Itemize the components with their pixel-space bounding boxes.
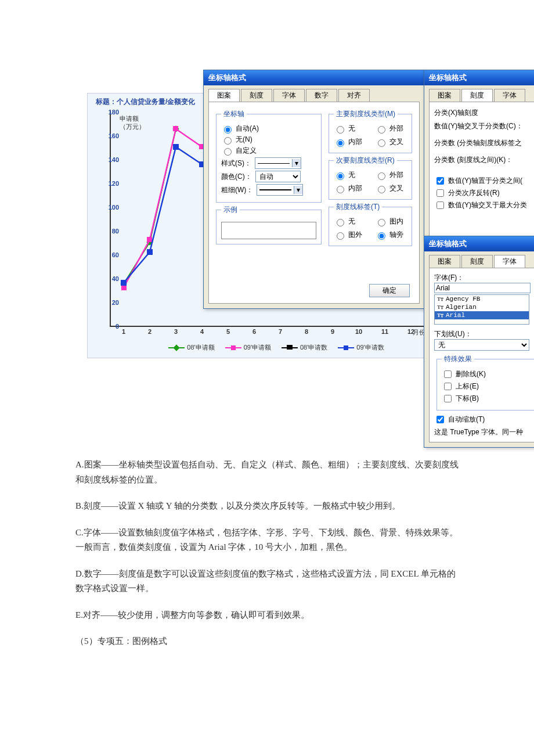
radio-minor-outside[interactable]	[378, 172, 385, 180]
chk-label: 数值(Y)轴交叉于最大分类	[448, 200, 527, 210]
radio-label: 轴旁	[389, 230, 403, 240]
font-listbox[interactable]: TᴛAgency FB TᴛAlgerian TᴛArial	[434, 294, 529, 325]
radio-lbl-outside[interactable]	[337, 232, 344, 240]
underline-combo[interactable]: 无	[434, 339, 529, 351]
paragraph-d: D.数字——刻度值是数字可以设置这些刻度值的数字格式，这些格式设置方法，同 EX…	[75, 567, 459, 596]
chk-strike[interactable]	[444, 370, 452, 378]
paragraph-a: A.图案——坐标轴类型设置包括自动、无、自定义（样式、颜色、粗细）；主要刻度线、…	[75, 458, 459, 487]
list-item[interactable]: Algerian	[446, 304, 477, 311]
tab-font[interactable]: 字体	[273, 89, 305, 102]
chk-label: 自动缩放(T)	[448, 415, 485, 424]
x-tick: 7	[279, 328, 282, 335]
radio-axis-none[interactable]	[224, 137, 232, 145]
x-tick: 4	[200, 328, 204, 335]
radio-lbl-none[interactable]	[337, 219, 344, 226]
ok-button[interactable]: 确定	[369, 284, 410, 297]
font-input[interactable]	[434, 283, 531, 293]
tab-font[interactable]: 字体	[494, 255, 525, 268]
tab-align[interactable]: 对齐	[338, 89, 370, 102]
radio-major-inside[interactable]	[337, 139, 344, 147]
x-tick: 3	[174, 328, 178, 335]
tab-font[interactable]: 字体	[494, 89, 525, 102]
radio-minor-inside[interactable]	[337, 186, 344, 193]
chk-reverse-order[interactable]	[436, 189, 444, 197]
svg-rect-3	[121, 285, 127, 290]
legend-label: 08'申请数	[300, 343, 327, 352]
underline-label: 下划线(U)：	[434, 329, 534, 339]
style-combo[interactable]: ▾	[255, 157, 301, 169]
list-item[interactable]: Agency FB	[446, 296, 480, 303]
svg-rect-7	[121, 280, 127, 286]
sample-group: 示例	[216, 205, 322, 244]
chk-label: 删除线(K)	[456, 369, 486, 379]
radio-minor-none[interactable]	[337, 172, 344, 180]
weight-combo[interactable]: ▾	[257, 184, 303, 196]
radio-major-none[interactable]	[337, 126, 344, 134]
svg-rect-5	[173, 126, 178, 131]
chk-cross-at-max[interactable]	[436, 201, 444, 209]
tab-scale[interactable]: 刻度	[241, 89, 272, 102]
scale-heading: 分类(X)轴刻度	[434, 108, 534, 118]
paragraph-c: C.字体——设置数轴刻度值字体格式，包括字体、字形、字号、下划线、颜色、背景、特…	[75, 525, 459, 555]
radio-label: 自定义	[236, 146, 257, 156]
chk-label: 下标(B)	[456, 394, 479, 404]
axis-group-legend: 坐标轴	[221, 109, 247, 119]
radio-major-cross[interactable]	[378, 139, 385, 147]
chk-autoscale[interactable]	[436, 416, 444, 423]
color-combo[interactable]: 自动	[255, 171, 301, 182]
radio-label: 交叉	[389, 183, 403, 193]
sample-legend: 示例	[221, 205, 240, 215]
radio-label: 交叉	[389, 137, 403, 147]
radio-axis-auto[interactable]	[224, 126, 232, 134]
radio-lbl-inside[interactable]	[378, 219, 385, 226]
radio-minor-cross[interactable]	[378, 186, 385, 193]
list-item[interactable]: Arial	[446, 312, 465, 319]
document-text: A.图案——坐标轴类型设置包括自动、无、自定义（样式、颜色、粗细）；主要刻度线、…	[75, 458, 459, 661]
svg-rect-4	[147, 237, 152, 242]
x-tick: 10	[355, 328, 362, 335]
chevron-down-icon: ▾	[292, 159, 301, 167]
truetype-icon: Tᴛ	[437, 312, 443, 318]
x-tick: 5	[226, 328, 230, 335]
axis-format-dialog-pattern: 坐标轴格式 图案 刻度 字体 数字 对齐 坐标轴 自动(A) 无(N) 自定义	[203, 70, 425, 309]
dialog-title: 坐标轴格式	[204, 70, 424, 85]
tab-pattern[interactable]: 图案	[429, 255, 460, 268]
minor-tick-group: 次要刻度线类型(R) 无 外部 内部 交叉	[329, 156, 412, 200]
radio-label: 外部	[389, 124, 403, 134]
radio-label: 无	[348, 217, 355, 226]
radio-axis-custom[interactable]	[224, 148, 232, 156]
tab-number[interactable]: 数字	[306, 89, 337, 102]
tick-label-group: 刻度线标签(T) 无 图内 图外 轴旁	[329, 202, 412, 246]
legend-label: 09'申请额	[244, 343, 271, 352]
dialog-title: 坐标轴格式	[424, 70, 534, 85]
tab-scale[interactable]: 刻度	[461, 89, 493, 102]
effects-group: 特殊效果 删除线(K) 上标(E) 下标(B)	[436, 354, 534, 411]
tab-pattern[interactable]: 图案	[429, 89, 460, 102]
radio-label: 图外	[348, 230, 362, 240]
tab-scale[interactable]: 刻度	[461, 255, 493, 268]
chk-label: 上标(E)	[456, 381, 479, 391]
tab-strip: 图案 刻度 字体 数字 对齐	[204, 85, 424, 102]
tick-label-legend: 刻度线标签(T)	[334, 202, 382, 212]
chk-label: 数值(Y)轴置于分类之间(	[448, 176, 522, 186]
chk-between-categories[interactable]	[436, 177, 444, 185]
style-label: 样式(S)：	[221, 159, 251, 168]
chk-sub[interactable]	[444, 395, 452, 402]
legend-label: 09'申请数	[356, 343, 384, 352]
chevron-down-icon: ▾	[294, 186, 302, 194]
tab-pattern[interactable]: 图案	[208, 89, 240, 102]
x-tick: 6	[252, 328, 256, 335]
truetype-note: 这是 TrueType 字体。同一种	[434, 427, 534, 437]
x-tick: 1	[122, 328, 125, 335]
radio-label: 外部	[389, 170, 403, 180]
dialog-title: 坐标轴格式	[424, 236, 534, 251]
font-label: 字体(F)：	[434, 273, 534, 283]
radio-major-outside[interactable]	[378, 126, 385, 134]
tab-strip: 图案 刻度 字体	[424, 85, 534, 102]
x-tick: 8	[305, 328, 308, 335]
chk-label: 分类次序反转(R)	[448, 188, 500, 198]
chk-super[interactable]	[444, 383, 452, 390]
radio-lbl-nextto[interactable]	[378, 232, 385, 240]
radio-label: 无	[348, 124, 355, 134]
minor-tick-legend: 次要刻度线类型(R)	[334, 156, 397, 165]
